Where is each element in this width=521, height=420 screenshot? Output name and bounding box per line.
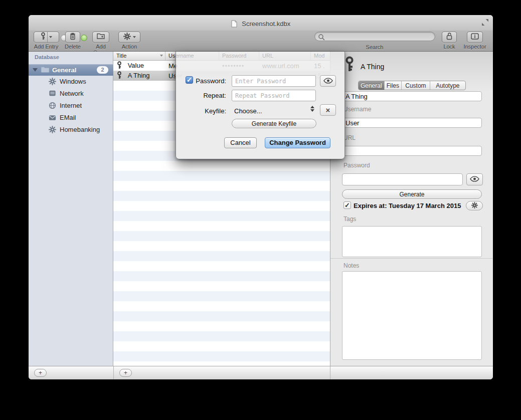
lock-label: Lock bbox=[438, 44, 461, 50]
eye-icon bbox=[323, 77, 333, 86]
gear-icon bbox=[49, 78, 56, 87]
sheet-repeat-label: Repeat: bbox=[194, 92, 226, 99]
generate-password-button[interactable]: Generate bbox=[342, 189, 482, 199]
cancel-button[interactable]: Cancel bbox=[224, 137, 257, 148]
trash-icon bbox=[69, 32, 76, 42]
sidebar-item-network[interactable]: Network bbox=[29, 88, 113, 100]
sidebar-item-internet[interactable]: Internet bbox=[29, 100, 113, 112]
title-field[interactable] bbox=[342, 91, 482, 101]
tab-custom[interactable]: Custom bbox=[402, 81, 430, 90]
server-icon bbox=[49, 90, 56, 99]
document-icon bbox=[231, 21, 239, 29]
stepper-icon[interactable] bbox=[310, 106, 314, 112]
action-button[interactable] bbox=[118, 32, 140, 43]
add-entry-button[interactable] bbox=[34, 32, 59, 43]
sheet-password-label: Password: bbox=[194, 77, 226, 85]
sidebar-group-general[interactable]: General 2 bbox=[29, 64, 113, 76]
show-password-button[interactable] bbox=[466, 173, 483, 185]
info-icon bbox=[471, 33, 479, 42]
tab-autotype[interactable]: Autotype bbox=[430, 81, 465, 90]
folder-icon bbox=[41, 66, 50, 75]
search-input[interactable] bbox=[314, 32, 435, 41]
inspector-tabs: General Files Custom Autotype bbox=[358, 81, 466, 90]
delete-group: Delete bbox=[63, 32, 83, 50]
sidebar-item-label: Windows bbox=[60, 78, 86, 85]
add-group-footer-button[interactable]: + bbox=[34, 369, 47, 377]
gear-icon bbox=[123, 33, 131, 42]
sidebar-item-label: Network bbox=[60, 90, 84, 97]
sidebar-item-label: Homebanking bbox=[60, 126, 100, 133]
action-group: Action bbox=[115, 32, 144, 50]
generate-keyfile-button[interactable]: Generate Keyfile bbox=[232, 119, 316, 128]
action-label: Action bbox=[115, 44, 144, 50]
bottom-bar: + + bbox=[29, 366, 493, 379]
chevron-down-icon bbox=[133, 36, 136, 38]
lock-open-icon bbox=[446, 32, 453, 42]
window-chrome: Screenshot.kdbx Add Entry bbox=[29, 15, 493, 52]
sidebar-item-email[interactable]: EMail bbox=[29, 112, 113, 124]
chevron-down-icon bbox=[49, 36, 52, 38]
sidebar-item-homebanking[interactable]: Homebanking bbox=[29, 124, 113, 136]
inspector-button[interactable] bbox=[467, 32, 483, 43]
panel-divider bbox=[113, 366, 114, 379]
sheet-repeat-input[interactable] bbox=[232, 90, 316, 101]
tags-label: Tags bbox=[343, 216, 356, 223]
password-field[interactable] bbox=[342, 173, 463, 185]
clear-keyfile-button[interactable]: × bbox=[320, 104, 336, 116]
search-group: Search bbox=[312, 32, 437, 50]
key-icon bbox=[344, 56, 355, 75]
fullscreen-icon[interactable] bbox=[481, 19, 489, 28]
delete-button[interactable] bbox=[65, 32, 80, 43]
section-divider bbox=[330, 258, 493, 259]
sidebar-item-label: EMail bbox=[60, 114, 76, 121]
expires-label: Expires at: Tuesday 17 March 2015 bbox=[354, 202, 461, 209]
add-entry-label: Add Entry bbox=[32, 44, 61, 50]
tags-textarea[interactable] bbox=[342, 226, 482, 257]
key-icon bbox=[41, 32, 46, 42]
split-divider bbox=[47, 32, 48, 42]
expires-checkbox[interactable]: ✓ bbox=[343, 201, 351, 209]
column-header-title[interactable]: Title bbox=[113, 52, 165, 60]
delete-label: Delete bbox=[63, 44, 83, 50]
sheet-password-input[interactable] bbox=[232, 75, 316, 87]
username-field[interactable] bbox=[342, 118, 482, 128]
add-entry-footer-button[interactable]: + bbox=[119, 369, 132, 377]
url-field[interactable] bbox=[342, 146, 482, 156]
sidebar-item-label: Internet bbox=[60, 102, 82, 109]
search-icon bbox=[318, 34, 325, 41]
gear-icon bbox=[49, 126, 56, 135]
gear-icon bbox=[471, 202, 478, 211]
sort-descending-icon bbox=[160, 55, 163, 57]
sidebar-item-windows[interactable]: Windows bbox=[29, 76, 113, 88]
lock-group: Lock bbox=[438, 32, 461, 50]
password-enabled-checkbox[interactable]: ✓ bbox=[186, 76, 193, 84]
expiry-options-button[interactable] bbox=[466, 201, 483, 211]
mail-icon bbox=[49, 114, 56, 123]
sidebar-header: Database bbox=[35, 54, 59, 60]
inspector-panel: A Thing General Files Custom Autotype Us… bbox=[330, 52, 493, 366]
notes-textarea[interactable] bbox=[342, 271, 482, 360]
add-entry-group: Add Entry bbox=[32, 32, 61, 50]
titlebar: Screenshot.kdbx bbox=[29, 19, 493, 28]
lock-button[interactable] bbox=[442, 32, 457, 43]
folder-plus-icon bbox=[97, 33, 105, 42]
change-password-button[interactable]: Change Password bbox=[265, 137, 330, 148]
inspector-entry-title: A Thing bbox=[361, 63, 384, 71]
sidebar: Database General 2 Windows Network bbox=[29, 52, 113, 366]
sheet-show-password-button[interactable] bbox=[320, 75, 336, 87]
tab-general[interactable]: General bbox=[359, 81, 385, 90]
add-group-button[interactable] bbox=[92, 32, 109, 43]
globe-icon bbox=[49, 102, 56, 111]
disclosure-triangle-icon[interactable] bbox=[33, 68, 38, 72]
keyfile-popup[interactable]: Choose... bbox=[234, 107, 262, 115]
sidebar-group-label: General bbox=[52, 66, 76, 74]
eye-icon bbox=[470, 175, 479, 184]
url-label: URL bbox=[343, 134, 356, 141]
close-x-icon: × bbox=[326, 106, 330, 114]
search-label: Search bbox=[312, 44, 437, 50]
password-label: Password bbox=[343, 162, 370, 169]
key-icon bbox=[117, 63, 122, 71]
app-window: Screenshot.kdbx Add Entry bbox=[29, 15, 493, 379]
key-icon bbox=[117, 73, 122, 81]
tab-files[interactable]: Files bbox=[385, 81, 402, 90]
